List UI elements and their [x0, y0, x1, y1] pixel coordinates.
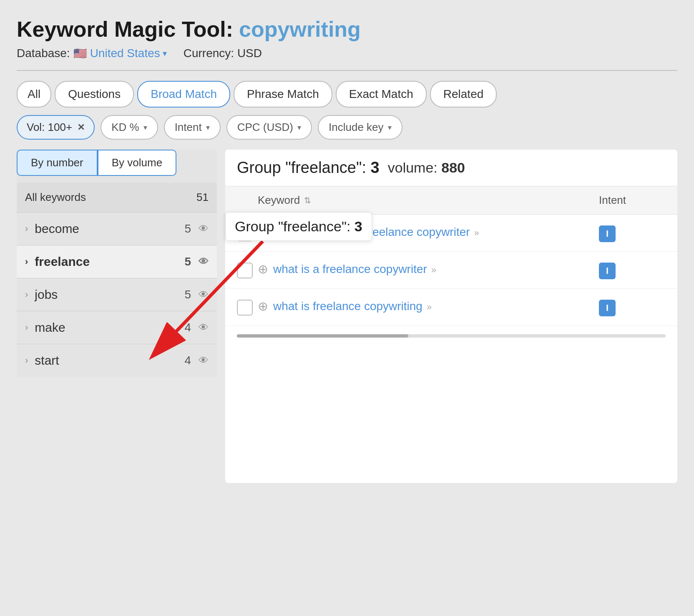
- country-flag-icon: 🇺🇸: [73, 47, 87, 60]
- keyword-link[interactable]: what is freelance copywriting »: [273, 300, 432, 313]
- group-count: 5: [184, 222, 191, 235]
- sort-by-volume-button[interactable]: By volume: [98, 150, 176, 176]
- keyword-link-text: what is a freelance copywriter »: [273, 261, 599, 277]
- include-label: Include key: [329, 121, 384, 134]
- keyword-link[interactable]: what is a freelance copywriter »: [273, 263, 436, 275]
- vol-chip-label: Vol: 100+: [27, 121, 72, 134]
- header-keyword-col: Keyword ⇅: [258, 194, 599, 207]
- title-keyword: copywriting: [239, 17, 361, 42]
- kd-chevron-icon: ▾: [143, 123, 147, 132]
- cpc-chevron-icon: ▾: [297, 123, 301, 132]
- group-name: become: [35, 222, 184, 236]
- group-count: 5: [184, 288, 191, 301]
- group-chevron-icon: ›: [25, 256, 28, 267]
- country-chevron-icon: ▾: [163, 48, 167, 58]
- database-label: Database: 🇺🇸 United States ▾: [17, 47, 167, 60]
- group-name: make: [35, 321, 184, 335]
- keyword-link-text: what is freelance copywriting »: [273, 298, 599, 314]
- vol-filter-chip[interactable]: Vol: 100+ ✕: [17, 115, 95, 140]
- sidebar-group-make[interactable]: › make 4 👁: [17, 311, 217, 344]
- sidebar-group-become[interactable]: › become 5 👁: [17, 212, 217, 245]
- filters-row: Vol: 100+ ✕ KD % ▾ Intent ▾ CPC (USD) ▾ …: [17, 115, 677, 140]
- group-count: 4: [184, 354, 191, 367]
- group-header: Group "freelance": 3 volume: 880: [225, 150, 677, 186]
- group-count: 5: [184, 255, 191, 268]
- intent-chevron-icon: ▾: [206, 123, 210, 132]
- header-divider: [17, 70, 677, 71]
- eye-icon[interactable]: 👁: [199, 223, 209, 235]
- main-content: By number By volume All keywords 51: [17, 150, 677, 483]
- group-name: start: [35, 353, 184, 368]
- tab-all[interactable]: All: [17, 81, 51, 108]
- keywords-list: All keywords 51 › become 5 👁 › freelance: [17, 183, 217, 377]
- sort-icon[interactable]: ⇅: [304, 195, 311, 205]
- plus-icon[interactable]: ⊕: [258, 262, 268, 276]
- group-chevron-icon: ›: [25, 355, 28, 366]
- table-row: ⊕ what is a freelance copywriter » I: [225, 252, 677, 289]
- eye-icon[interactable]: 👁: [199, 289, 209, 300]
- all-keywords-count: 51: [196, 191, 209, 204]
- tab-phrase-match[interactable]: Phrase Match: [234, 81, 332, 108]
- intent-badge: I: [599, 263, 616, 279]
- vol-filter-close-icon[interactable]: ✕: [77, 122, 85, 133]
- row-check-col: [237, 298, 258, 316]
- table-row: ⊕ what is freelance copywriting » I: [225, 289, 677, 326]
- sort-toggle: By number By volume: [17, 150, 217, 176]
- tab-broad-match[interactable]: Broad Match: [137, 81, 230, 108]
- row-intent-col: I: [599, 261, 666, 279]
- sidebar-group-jobs[interactable]: › jobs 5 👁: [17, 278, 217, 311]
- right-panel: Group "freelance": 3 volume: 880 Keyword…: [225, 150, 677, 483]
- group-title: Group "freelance": 3: [237, 159, 380, 177]
- intent-badge: I: [599, 225, 616, 242]
- row-keyword-col: ⊕ what is freelance copywriting »: [258, 298, 599, 314]
- all-keywords-label: All keywords: [25, 191, 86, 204]
- page-title: Keyword Magic Tool: copywriting: [17, 17, 677, 42]
- header-intent-col: Intent: [599, 194, 666, 207]
- tab-questions[interactable]: Questions: [55, 81, 134, 108]
- group-chevron-icon: ›: [25, 322, 28, 333]
- page-header: Keyword Magic Tool: copywriting Database…: [17, 17, 677, 60]
- eye-icon[interactable]: 👁: [199, 322, 209, 333]
- kd-filter-dropdown[interactable]: KD % ▾: [101, 115, 158, 140]
- cpc-filter-dropdown[interactable]: CPC (USD) ▾: [226, 115, 312, 140]
- keyword-arrows-icon: »: [424, 302, 432, 312]
- tab-exact-match[interactable]: Exact Match: [336, 81, 427, 108]
- tooltip-count: 3: [355, 218, 362, 234]
- table-header: Keyword ⇅ Intent: [225, 186, 677, 215]
- tab-related[interactable]: Related: [430, 81, 497, 108]
- group-volume: volume: 880: [388, 160, 465, 176]
- country-selector[interactable]: United States ▾: [90, 47, 167, 60]
- eye-icon[interactable]: 👁: [199, 355, 209, 366]
- header-meta: Database: 🇺🇸 United States ▾ Currency: U…: [17, 47, 677, 60]
- intent-filter-dropdown[interactable]: Intent ▾: [164, 115, 221, 140]
- annotation-tooltip: Group "freelance": 3: [225, 212, 372, 241]
- intent-badge: I: [599, 300, 616, 316]
- row-checkbox[interactable]: [237, 263, 253, 278]
- sidebar-group-start[interactable]: › start 4 👁: [17, 344, 217, 377]
- group-chevron-icon: ›: [25, 289, 28, 300]
- eye-icon[interactable]: 👁: [199, 256, 209, 268]
- keyword-table: Keyword ⇅ Intent ⊕ how to be: [225, 186, 677, 326]
- sidebar: By number By volume All keywords 51: [17, 150, 217, 377]
- group-name: jobs: [35, 288, 184, 302]
- sort-by-number-button[interactable]: By number: [17, 150, 98, 176]
- sidebar-group-freelance[interactable]: › freelance 5 👁: [17, 245, 217, 278]
- all-keywords-row[interactable]: All keywords 51: [17, 183, 217, 212]
- group-name: freelance: [35, 255, 184, 269]
- scrollbar-thumb: [237, 334, 408, 338]
- row-checkbox[interactable]: [237, 300, 253, 316]
- kd-label: KD %: [111, 121, 139, 134]
- cpc-label: CPC (USD): [237, 121, 293, 134]
- plus-icon[interactable]: ⊕: [258, 299, 268, 313]
- horizontal-scrollbar[interactable]: [237, 334, 666, 338]
- intent-label: Intent: [175, 121, 202, 134]
- group-count: 4: [184, 321, 191, 334]
- include-key-filter-dropdown[interactable]: Include key ▾: [318, 115, 402, 140]
- currency-label: Currency: USD: [184, 47, 262, 60]
- keyword-arrows-icon: »: [429, 265, 436, 275]
- volume-value: 880: [441, 160, 465, 175]
- group-count: 3: [371, 159, 380, 176]
- keyword-arrows-icon: »: [472, 228, 479, 238]
- include-chevron-icon: ▾: [388, 123, 392, 132]
- row-check-col: [237, 261, 258, 278]
